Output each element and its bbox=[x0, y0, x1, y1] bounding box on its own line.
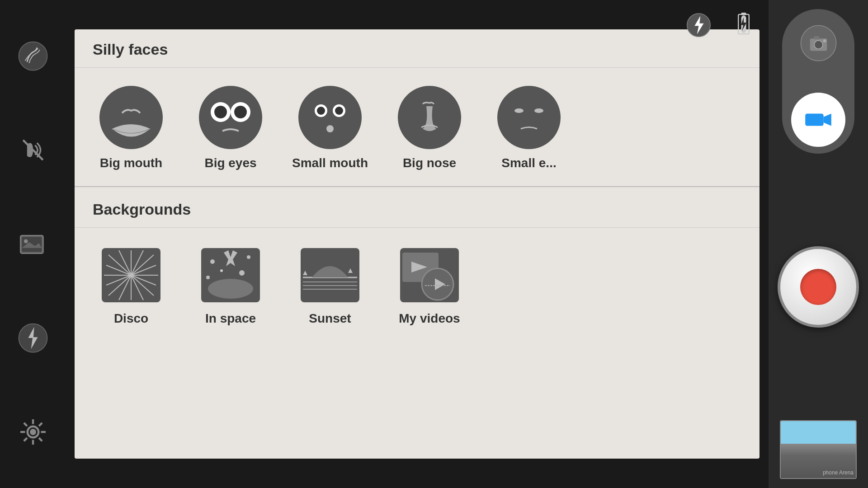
svg-point-53 bbox=[239, 270, 245, 276]
effects-icon[interactable] bbox=[15, 38, 51, 74]
backgrounds-title: Backgrounds bbox=[75, 189, 760, 228]
big-nose-label: Big nose bbox=[403, 156, 456, 170]
svg-point-23 bbox=[100, 87, 162, 148]
svg-rect-3 bbox=[741, 13, 746, 15]
small-eyes-item[interactable]: Small e... bbox=[481, 81, 576, 175]
svg-point-55 bbox=[220, 269, 223, 272]
disco-label: Disco bbox=[114, 311, 148, 326]
svg-point-14 bbox=[30, 429, 36, 435]
svg-point-10 bbox=[24, 239, 28, 244]
my-videos-item[interactable]: My videos bbox=[382, 241, 477, 330]
svg-line-19 bbox=[24, 423, 27, 426]
lightning-settings-icon[interactable] bbox=[15, 320, 51, 356]
video-mode-button[interactable] bbox=[791, 93, 845, 147]
disco-icon bbox=[99, 246, 163, 305]
svg-point-70 bbox=[823, 39, 826, 42]
svg-point-31 bbox=[317, 107, 325, 115]
mode-switcher bbox=[782, 9, 854, 154]
settings-icon[interactable] bbox=[15, 414, 51, 450]
sunset-icon bbox=[298, 246, 362, 305]
svg-point-52 bbox=[247, 255, 250, 259]
silly-faces-title: Silly faces bbox=[75, 29, 760, 68]
in-space-item[interactable]: In space bbox=[183, 241, 278, 330]
flash-icon[interactable] bbox=[683, 9, 714, 41]
my-videos-icon bbox=[398, 246, 461, 305]
svg-point-38 bbox=[534, 108, 543, 113]
small-mouth-icon bbox=[298, 86, 362, 149]
big-eyes-label: Big eyes bbox=[204, 156, 256, 170]
svg-point-49 bbox=[208, 279, 253, 299]
svg-point-36 bbox=[498, 87, 560, 148]
svg-line-20 bbox=[39, 438, 42, 441]
last-photo-thumbnail[interactable]: phone Arena bbox=[780, 420, 857, 479]
sunset-label: Sunset bbox=[309, 311, 351, 326]
svg-point-51 bbox=[210, 259, 215, 264]
svg-line-22 bbox=[24, 438, 27, 441]
big-eyes-item[interactable]: Big eyes bbox=[183, 81, 278, 175]
svg-point-37 bbox=[514, 108, 524, 113]
big-mouth-icon bbox=[99, 86, 163, 149]
svg-point-54 bbox=[206, 276, 210, 279]
capture-inner bbox=[800, 269, 836, 305]
big-mouth-item[interactable]: Big mouth bbox=[84, 81, 179, 175]
svg-point-26 bbox=[214, 106, 227, 118]
big-nose-icon bbox=[398, 86, 461, 149]
in-space-icon bbox=[199, 246, 262, 305]
capture-button[interactable] bbox=[778, 246, 859, 328]
big-eyes-icon bbox=[199, 86, 262, 149]
section-divider bbox=[75, 186, 760, 187]
photo-mode-button[interactable] bbox=[791, 16, 845, 70]
backgrounds-row: Disco In space bbox=[75, 228, 760, 339]
svg-point-29 bbox=[299, 87, 361, 148]
mute-icon[interactable] bbox=[15, 132, 51, 168]
panel: Silly faces Big mouth bbox=[75, 29, 760, 459]
small-mouth-item[interactable]: Small mouth bbox=[283, 81, 377, 175]
silly-faces-row: Big mouth Big eyes bbox=[75, 68, 760, 184]
gallery-icon[interactable] bbox=[15, 226, 51, 262]
disco-item[interactable]: Disco bbox=[84, 241, 179, 330]
small-eyes-icon bbox=[497, 86, 561, 149]
svg-point-33 bbox=[335, 107, 343, 115]
big-nose-item[interactable]: Big nose bbox=[382, 81, 477, 175]
left-sidebar bbox=[0, 0, 66, 488]
main-content: Silly faces Big mouth bbox=[66, 0, 769, 488]
svg-point-68 bbox=[814, 40, 823, 49]
battery-icon bbox=[728, 9, 760, 41]
svg-point-28 bbox=[234, 106, 247, 118]
svg-point-24 bbox=[200, 87, 261, 148]
svg-rect-72 bbox=[805, 114, 824, 126]
sunset-item[interactable]: Sunset bbox=[283, 241, 377, 330]
big-mouth-label: Big mouth bbox=[100, 156, 162, 170]
small-mouth-label: Small mouth bbox=[292, 156, 368, 170]
svg-line-21 bbox=[39, 423, 42, 426]
in-space-label: In space bbox=[205, 311, 256, 326]
thumbnail-watermark: phone Arena bbox=[823, 469, 854, 476]
right-sidebar: phone Arena bbox=[769, 0, 868, 488]
svg-rect-69 bbox=[814, 36, 819, 39]
small-eyes-label: Small e... bbox=[501, 156, 556, 170]
my-videos-label: My videos bbox=[399, 311, 460, 326]
svg-point-34 bbox=[326, 125, 334, 132]
